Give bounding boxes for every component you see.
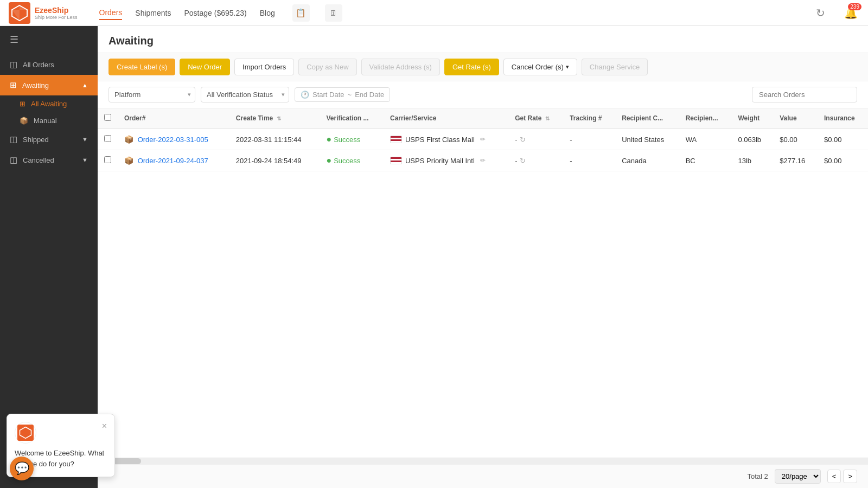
notifications-button[interactable]: 🔔 239 bbox=[842, 4, 859, 22]
pagination: < > bbox=[827, 470, 857, 483]
create-label-button[interactable]: Create Label (s) bbox=[108, 59, 175, 75]
all-awaiting-icon: ⊞ bbox=[20, 100, 25, 108]
verification-select[interactable]: All Verification Status bbox=[201, 87, 289, 102]
sidebar-item-awaiting[interactable]: ⊞ Awaiting ▲ bbox=[0, 75, 98, 95]
col-tracking: Tracking # bbox=[563, 108, 615, 129]
calendar-small-icon: 🕐 bbox=[301, 91, 309, 99]
row-checkbox-cell-2[interactable] bbox=[98, 150, 118, 171]
verification-select-wrapper[interactable]: All Verification Status ▾ bbox=[201, 87, 289, 102]
platform-select-wrapper[interactable]: Platform ▾ bbox=[108, 87, 195, 102]
per-page-select[interactable]: 20/page bbox=[775, 469, 821, 484]
clipboard-icon[interactable]: 📋 bbox=[292, 4, 310, 22]
copy-as-new-button[interactable]: Copy as New bbox=[298, 59, 356, 75]
sidebar-item-shipped[interactable]: ◫ Shipped ▼ bbox=[0, 129, 98, 150]
start-date-label: Start Date bbox=[312, 91, 344, 99]
col-weight: Weight bbox=[731, 108, 773, 129]
date-range-filter[interactable]: 🕐 Start Date ~ End Date bbox=[295, 87, 390, 102]
awaiting-collapse-icon: ▲ bbox=[82, 82, 88, 88]
get-rate-button[interactable]: Get Rate (s) bbox=[444, 59, 499, 75]
tracking-cell-2: - bbox=[563, 150, 615, 171]
change-service-button[interactable]: Change Service bbox=[582, 59, 648, 75]
col-order: Order# bbox=[118, 108, 229, 129]
usps-flag-icon-2 bbox=[390, 157, 402, 164]
rate-refresh-icon-2[interactable]: ↻ bbox=[520, 157, 526, 165]
main-content: Awaiting Create Label (s) New Order Impo… bbox=[98, 26, 868, 488]
value-cell-2: $277.16 bbox=[773, 150, 818, 171]
chat-bubble-icon: 💬 bbox=[15, 461, 29, 476]
col-verification: Verification ... bbox=[320, 108, 384, 129]
insurance-cell-1: $0.00 bbox=[818, 129, 868, 150]
chat-avatar bbox=[15, 422, 36, 444]
shipped-collapse-icon: ▼ bbox=[82, 136, 88, 143]
sidebar-item-cancelled[interactable]: ◫ Cancelled ▼ bbox=[0, 150, 98, 170]
verification-cell-2: ● Success bbox=[320, 150, 384, 171]
nav-blog[interactable]: Blog bbox=[260, 7, 275, 20]
nav-orders[interactable]: Orders bbox=[99, 6, 123, 20]
carrier-edit-icon-1[interactable]: ✏ bbox=[480, 136, 486, 143]
platform-select[interactable]: Platform bbox=[108, 87, 195, 102]
end-date-label: End Date bbox=[355, 91, 384, 99]
carrier-edit-icon-2[interactable]: ✏ bbox=[480, 157, 486, 164]
col-get-rate[interactable]: Get Rate ⇅ bbox=[508, 108, 563, 129]
cancel-order-button[interactable]: Cancel Order (s) ▾ bbox=[503, 59, 577, 75]
logo-subtitle: Ship More For Less bbox=[35, 15, 78, 20]
table-header: Order# Create Time ⇅ Verification ... Ca… bbox=[98, 108, 868, 129]
weight-cell-2: 13lb bbox=[731, 150, 773, 171]
new-order-button[interactable]: New Order bbox=[180, 59, 230, 75]
row-checkbox-cell-1[interactable] bbox=[98, 129, 118, 150]
recipient-country-cell-1: United States bbox=[615, 129, 679, 150]
col-recipient-country: Recipient C... bbox=[615, 108, 679, 129]
search-orders-input[interactable] bbox=[752, 87, 857, 102]
row-checkbox-2[interactable] bbox=[104, 156, 111, 163]
sidebar-item-all-orders[interactable]: ◫ All Orders bbox=[0, 54, 98, 75]
carrier-label-1: USPS First Class Mail bbox=[405, 136, 475, 144]
prev-page-button[interactable]: < bbox=[827, 470, 841, 483]
awaiting-icon: ⊞ bbox=[10, 80, 17, 90]
logo[interactable]: EzeeShip Ship More For Less bbox=[9, 2, 78, 24]
col-recipient-state: Recipien... bbox=[679, 108, 732, 129]
col-carrier: Carrier/Service bbox=[384, 108, 508, 129]
nav-postage[interactable]: Postage ($695.23) bbox=[184, 7, 246, 20]
sidebar-item-all-awaiting[interactable]: ⊞ All Awaiting bbox=[0, 95, 98, 112]
logo-title: EzeeShip bbox=[35, 6, 78, 15]
col-insurance: Insurance bbox=[818, 108, 868, 129]
table-row: 📦 Order-2021-09-24-037 2021-09-24 18:54:… bbox=[98, 150, 868, 171]
order-id-cell-2: 📦 Order-2021-09-24-037 bbox=[118, 150, 229, 171]
col-value: Value bbox=[773, 108, 818, 129]
page-title: Awaiting bbox=[98, 26, 868, 53]
col-create-time[interactable]: Create Time ⇅ bbox=[229, 108, 320, 129]
cancelled-collapse-icon: ▼ bbox=[82, 157, 88, 163]
filters-bar: Platform ▾ All Verification Status ▾ 🕐 S… bbox=[98, 81, 868, 108]
chat-bubble-button[interactable]: 💬 bbox=[10, 457, 34, 480]
horizontal-scrollbar[interactable] bbox=[98, 458, 868, 464]
import-orders-button[interactable]: Import Orders bbox=[234, 59, 294, 75]
recipient-state-cell-1: WA bbox=[679, 129, 732, 150]
carrier-cell-1: USPS First Class Mail ✏ bbox=[384, 129, 508, 150]
insurance-cell-2: $0.00 bbox=[818, 150, 868, 171]
refresh-button[interactable]: ↻ bbox=[812, 4, 829, 22]
nav-icon-1[interactable]: 📋 bbox=[292, 4, 310, 22]
rate-refresh-icon-1[interactable]: ↻ bbox=[520, 136, 526, 144]
next-page-button[interactable]: > bbox=[843, 470, 857, 483]
order-link-2[interactable]: Order-2021-09-24-037 bbox=[138, 157, 208, 165]
toolbar: Create Label (s) New Order Import Orders… bbox=[98, 53, 868, 81]
select-all-header[interactable] bbox=[98, 108, 118, 129]
sidebar-label-all-orders: All Orders bbox=[23, 61, 54, 69]
create-time-sort-icon: ⇅ bbox=[277, 115, 281, 121]
chat-close-button[interactable]: × bbox=[102, 422, 107, 431]
date-separator: ~ bbox=[348, 91, 352, 99]
order-link-1[interactable]: Order-2022-03-31-005 bbox=[138, 136, 208, 144]
sidebar-menu-toggle[interactable]: ☰ bbox=[0, 26, 98, 53]
row-checkbox-1[interactable] bbox=[104, 135, 111, 142]
nav-shipments[interactable]: Shipments bbox=[135, 7, 171, 20]
sidebar-item-manual[interactable]: 📦 Manual bbox=[0, 112, 98, 129]
chat-popup-header: × bbox=[15, 422, 107, 444]
calendar-icon[interactable]: 🗓 bbox=[325, 4, 342, 22]
select-all-checkbox[interactable] bbox=[104, 114, 111, 121]
get-rate-sort-icon: ⇅ bbox=[545, 115, 550, 121]
create-time-cell-1: 2022-03-31 11:15:44 bbox=[229, 129, 320, 150]
manual-icon: 📦 bbox=[20, 117, 28, 125]
success-dot-1: ● bbox=[326, 134, 331, 144]
validate-address-button[interactable]: Validate Address (s) bbox=[361, 59, 440, 75]
value-cell-1: $0.00 bbox=[773, 129, 818, 150]
